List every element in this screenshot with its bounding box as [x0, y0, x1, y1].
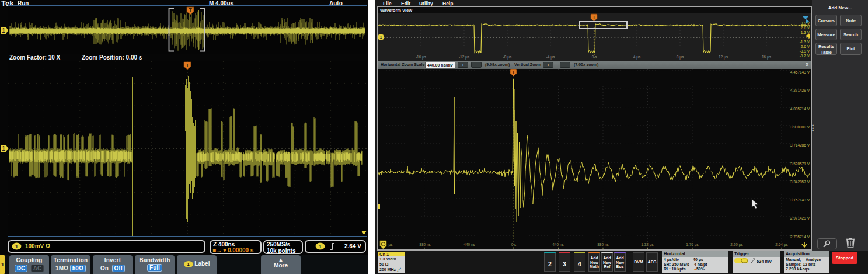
svg-text:-3.9 V: -3.9 V	[800, 49, 810, 53]
svg-text:2.785714 V: 2.785714 V	[790, 235, 810, 239]
svg-text:-4 μs: -4 μs	[546, 55, 555, 60]
svg-text:880 ns: 880 ns	[597, 242, 609, 246]
svg-text:μs: μs	[389, 242, 393, 247]
svg-text:4.085714 V: 4.085714 V	[790, 107, 810, 111]
svg-text:4 μs: 4 μs	[633, 55, 641, 60]
svg-text:4.271429 V: 4.271429 V	[790, 88, 810, 92]
svg-text:0 s: 0 s	[511, 242, 517, 246]
svg-text:8 μs: 8 μs	[677, 55, 684, 60]
svg-text:-5.2 V: -5.2 V	[800, 54, 810, 58]
svg-text:2.64 μs: 2.64 μs	[775, 242, 788, 247]
svg-text:T: T	[186, 62, 189, 68]
svg-text:1: 1	[2, 145, 5, 152]
svg-text:1.76 μs: 1.76 μs	[686, 242, 699, 247]
svg-text:-1.3 V: -1.3 V	[800, 40, 810, 44]
svg-text:-12 μs: -12 μs	[459, 55, 470, 60]
svg-text:-16 μs: -16 μs	[416, 55, 427, 60]
svg-text:3.157143 V: 3.157143 V	[790, 198, 810, 202]
svg-text:2.20 μs: 2.20 μs	[730, 242, 743, 247]
svg-text:0 s: 0 s	[592, 55, 597, 59]
svg-text:T: T	[592, 15, 595, 20]
svg-text:1: 1	[2, 27, 5, 34]
svg-text:3.342857 V: 3.342857 V	[790, 180, 810, 184]
svg-text:4.457143 V: 4.457143 V	[790, 70, 810, 74]
svg-text:440 ns: 440 ns	[552, 242, 564, 246]
svg-text:T: T	[512, 70, 515, 75]
svg-text:3.900000 V: 3.900000 V	[790, 125, 810, 129]
svg-text:16 μs: 16 μs	[762, 55, 772, 60]
svg-text:-440 ns: -440 ns	[462, 242, 475, 246]
svg-text:-2.6 V: -2.6 V	[800, 44, 810, 48]
svg-text:1.3 V: 1.3 V	[801, 30, 810, 34]
svg-text:-880 ns: -880 ns	[418, 242, 431, 246]
svg-text:1: 1	[380, 35, 382, 39]
svg-text:1: 1	[15, 244, 18, 249]
svg-text:12 μs: 12 μs	[719, 55, 728, 60]
svg-text:1: 1	[319, 244, 322, 249]
svg-text:3.714286 V: 3.714286 V	[790, 143, 810, 147]
svg-text:3.528571 V: 3.528571 V	[790, 162, 810, 166]
svg-text:T: T	[189, 7, 192, 13]
svg-text:2.971429 V: 2.971429 V	[790, 216, 810, 220]
svg-text:-8 μs: -8 μs	[503, 55, 512, 60]
svg-text:2.6 V: 2.6 V	[801, 26, 810, 30]
svg-text:1.32 μs: 1.32 μs	[641, 242, 654, 247]
